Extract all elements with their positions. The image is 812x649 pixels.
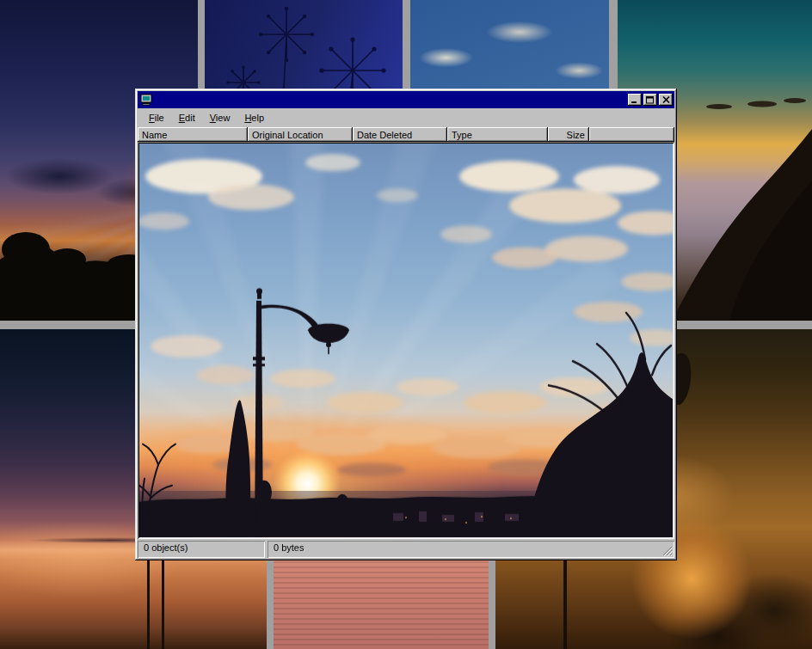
- menu-edit-label: dit: [185, 113, 195, 123]
- minimize-button[interactable]: [628, 94, 642, 106]
- column-header-name[interactable]: Name: [138, 127, 248, 142]
- sunset-lamp-photo: [139, 144, 673, 537]
- close-icon: [662, 96, 670, 103]
- amber-pole-silhouette: [563, 548, 567, 649]
- menu-edit[interactable]: Edit: [172, 110, 203, 126]
- recycle-bin-window: File Edit View Help Name Original Locati…: [135, 89, 677, 560]
- menu-bar: File Edit View Help: [138, 108, 674, 127]
- menu-view-label: iew: [216, 113, 231, 123]
- maximize-button[interactable]: [643, 94, 657, 106]
- column-header-type[interactable]: Type: [447, 127, 548, 142]
- titlebar[interactable]: [138, 91, 674, 108]
- column-header-size[interactable]: Size: [548, 127, 589, 142]
- column-header-date-deleted[interactable]: Date Deleted: [353, 127, 447, 142]
- minimize-icon: [631, 96, 639, 104]
- status-object-count: 0 object(s): [138, 541, 265, 558]
- list-column-headers: Name Original Location Date Deleted Type…: [138, 127, 674, 142]
- status-bar: 0 object(s) 0 bytes: [138, 541, 674, 558]
- file-list-view[interactable]: [138, 142, 674, 539]
- window-controls: [626, 94, 673, 106]
- menu-view[interactable]: View: [203, 110, 238, 126]
- menu-help[interactable]: Help: [237, 110, 272, 126]
- maximize-icon: [646, 96, 655, 104]
- menu-file-mnemonic: F: [149, 113, 155, 123]
- column-header-empty[interactable]: [589, 127, 674, 142]
- status-size-label: 0 bytes: [274, 542, 304, 553]
- menu-view-mnemonic: V: [210, 113, 216, 123]
- lagoon-pole-silhouette: [147, 548, 150, 649]
- close-button[interactable]: [659, 94, 673, 106]
- computer-icon: [140, 94, 153, 106]
- status-size: 0 bytes: [268, 541, 674, 558]
- column-header-original-location[interactable]: Original Location: [248, 127, 353, 142]
- desktop: { "colors": { "titlebar_blue": "#000089"…: [0, 0, 812, 649]
- resize-grip[interactable]: [662, 546, 674, 557]
- menu-help-label: elp: [251, 113, 264, 123]
- lagoon-pole-silhouette: [162, 554, 164, 649]
- menu-file-label: ile: [155, 113, 164, 123]
- menu-file[interactable]: File: [142, 110, 172, 126]
- menu-edit-mnemonic: E: [179, 113, 185, 123]
